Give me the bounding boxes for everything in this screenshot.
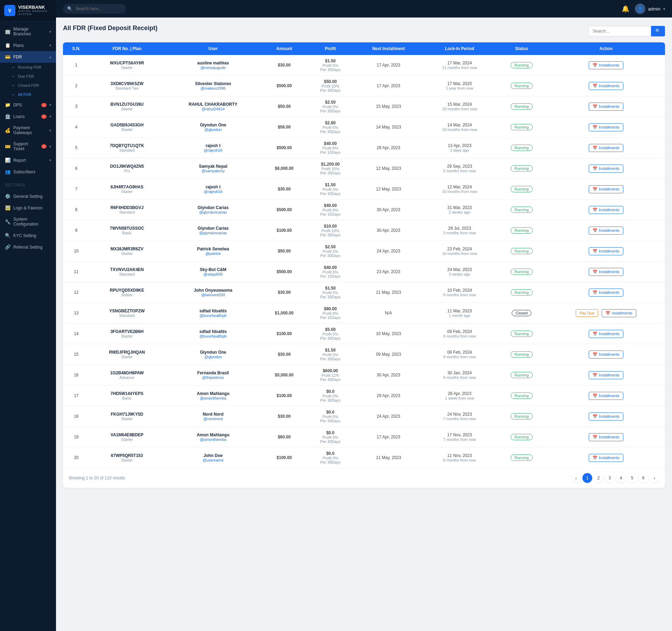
cell-sn: 2 xyxy=(63,76,90,96)
col-sn: S.N. xyxy=(63,42,90,55)
user-handle: @glynduncarias xyxy=(168,210,258,214)
sidebar-item-manage-branches[interactable]: 🏢 Manage Branches ▾ xyxy=(0,23,56,40)
table-row: 3 BVN1ZU7GU39U Starter RAHUL CHAKRABORTY… xyxy=(63,96,665,117)
cell-user: austine mathias @romyqugude xyxy=(164,55,262,76)
sidebar-item-logo-favicon[interactable]: 🖼️ Logo & Favicon xyxy=(0,202,56,214)
installments-button[interactable]: 📅Installments xyxy=(589,371,623,379)
sidebar-item-report[interactable]: 📊 Report ▾ xyxy=(0,154,56,166)
content-header: All FDR (Fixed Deposit Receipt) 🔍 xyxy=(63,25,665,37)
cell-action: 📅Installments xyxy=(547,448,665,468)
installments-button[interactable]: 📅Installments xyxy=(589,433,623,441)
lock-in-sub: 10 months from now xyxy=(427,127,493,132)
installments-button[interactable]: 📅Installments xyxy=(589,454,623,462)
sidebar-item-kyc-setting[interactable]: 🔍 KYC Setting xyxy=(0,230,56,241)
installments-icon: 📅 xyxy=(593,394,597,398)
table-search-button[interactable]: 🔍 xyxy=(651,26,665,36)
cell-sn: 16 xyxy=(63,365,90,386)
installments-button[interactable]: 📅Installments xyxy=(589,392,623,400)
cell-amount: $500.00 xyxy=(262,76,307,96)
installments-button[interactable]: 📅Installments xyxy=(589,82,623,90)
cell-status: Closed xyxy=(496,303,547,324)
sidebar-item-referral-setting[interactable]: 🔗 Referral Setting xyxy=(0,241,56,253)
pagination-page-3[interactable]: 3 xyxy=(605,473,615,483)
cell-lock-in: 08 Feb, 2024 9 months from now xyxy=(423,344,496,365)
cell-sn: 3 xyxy=(63,96,90,117)
pagination-next[interactable]: › xyxy=(650,473,659,483)
brand-tagline: DIGITAL BANKING SYSTEM xyxy=(18,10,52,16)
sidebar-item-due-fdr[interactable]: Due FDR xyxy=(0,72,56,81)
lock-in-date: 17 Mar, 2024 xyxy=(427,61,493,65)
pagination-page-6[interactable]: 6 xyxy=(638,473,648,483)
installments-button[interactable]: 📅Installments xyxy=(602,309,636,317)
sidebar-item-general-setting[interactable]: ⚙️ General Setting xyxy=(0,190,56,202)
sidebar-item-system-configuration[interactable]: 🔧 System Configuration xyxy=(0,214,56,230)
cell-lock-in: 11 Nov, 2023 6 months from now xyxy=(423,448,496,468)
installments-button[interactable]: 📅Installments xyxy=(589,103,623,111)
profit-value: $5.00 xyxy=(310,327,350,332)
pagination-prev[interactable]: ‹ xyxy=(571,473,581,483)
cell-user: Glyndun Carias @glynduncarias xyxy=(164,220,262,241)
cell-action: 📅Installments xyxy=(547,158,665,179)
profit-pct: Profit 10% xyxy=(310,229,350,233)
cell-user: Fernanda Brasil @thipedroso xyxy=(164,365,262,386)
logo-area: V VISERBANK DIGITAL BANKING SYSTEM xyxy=(0,0,56,21)
action-cell: 📅Installments xyxy=(551,82,662,90)
cell-profit: $600.00 Profit 12% Per 30Days xyxy=(307,365,354,386)
cell-profit: $10.00 Profit 10% Per 30Days xyxy=(307,220,354,241)
content-area: All FDR (Fixed Deposit Receipt) 🔍 S.N. F… xyxy=(56,18,672,631)
sidebar-item-all-fdr[interactable]: All FDR xyxy=(0,90,56,99)
installments-button[interactable]: 📅Installments xyxy=(589,268,623,276)
sidebar-item-support-ticket[interactable]: 🎫 Support Ticket 1 ▾ xyxy=(0,138,56,154)
col-amount: Amount xyxy=(262,42,307,55)
installments-button[interactable]: 📅Installments xyxy=(589,144,623,152)
profit-period: Per 15Days xyxy=(310,150,350,154)
installments-button[interactable]: 📅Installments xyxy=(589,351,623,359)
sidebar-item-fdr[interactable]: 💳 FDR ▴ xyxy=(0,51,56,63)
cell-sn: 7 xyxy=(63,179,90,200)
lock-in-date: 17 Nov, 2023 xyxy=(427,432,493,437)
kyc-icon: 🔍 xyxy=(5,233,10,238)
installments-button[interactable]: 📅Installments xyxy=(589,330,623,338)
installments-button[interactable]: 📅Installments xyxy=(589,247,623,255)
plan-name: Basic xyxy=(93,231,161,235)
installments-button[interactable]: 📅Installments xyxy=(589,165,623,173)
status-badge: Running xyxy=(511,186,533,192)
pagination-page-5[interactable]: 5 xyxy=(627,473,637,483)
sidebar-item-running-fdr[interactable]: Running FDR xyxy=(0,63,56,72)
cell-action: 📅Installments xyxy=(547,406,665,427)
installments-button[interactable]: 📅Installments xyxy=(589,289,623,297)
sidebar-item-loans[interactable]: 🏦 Loans 1 ▾ xyxy=(0,111,56,122)
cell-next-installment: 09 May, 2023 xyxy=(354,344,423,365)
cell-next-installment: 30 Apr, 2023 xyxy=(354,365,423,386)
installments-button[interactable]: 📅Installments xyxy=(589,227,623,235)
table-search-wrap: 🔍 xyxy=(588,26,665,36)
search-input[interactable] xyxy=(63,4,126,14)
lock-in-sub: 6 months from now xyxy=(427,458,493,462)
sidebar-label-payment-gateways: Payment Gateways xyxy=(13,125,47,135)
installments-button[interactable]: 📅Installments xyxy=(589,412,623,421)
notification-bell-icon[interactable]: 🔔 xyxy=(622,5,629,13)
installments-button[interactable]: 📅Installments xyxy=(589,185,623,193)
cell-amount: $60.00 xyxy=(262,427,307,448)
sidebar-item-plans[interactable]: 📋 Plans ▾ xyxy=(0,40,56,51)
admin-caret-icon: ▾ xyxy=(663,7,665,11)
installments-icon: 📅 xyxy=(593,249,597,254)
sidebar-item-dps[interactable]: 📁 DPS 1 ▾ xyxy=(0,99,56,111)
sidebar-item-closed-fdr[interactable]: Closed FDR xyxy=(0,81,56,90)
installments-button[interactable]: 📅Installments xyxy=(589,206,623,214)
status-badge: Closed xyxy=(512,310,531,316)
pagination-page-2[interactable]: 2 xyxy=(594,473,603,483)
pay-due-button[interactable]: Pay Due xyxy=(576,309,598,317)
installments-button[interactable]: 📅Installments xyxy=(589,61,623,69)
cell-user: Samyak Nepal @samyakchy xyxy=(164,158,262,179)
pagination-page-1[interactable]: 1 xyxy=(582,473,592,483)
installments-button[interactable]: 📅Installments xyxy=(589,123,623,131)
pagination-page-4[interactable]: 4 xyxy=(616,473,626,483)
lock-in-sub: 2 days ago xyxy=(427,148,493,152)
sidebar-item-payment-gateways[interactable]: 💰 Payment Gateways ▾ xyxy=(0,122,56,138)
lock-in-date: 30 Jan, 2024 xyxy=(427,370,493,375)
admin-menu[interactable]: 👤 admin ▾ xyxy=(635,4,665,14)
sidebar-item-subscribers[interactable]: 👥 Subscribers xyxy=(0,166,56,178)
lock-in-sub: 10 months from now xyxy=(427,189,493,194)
table-search-input[interactable] xyxy=(588,26,651,36)
